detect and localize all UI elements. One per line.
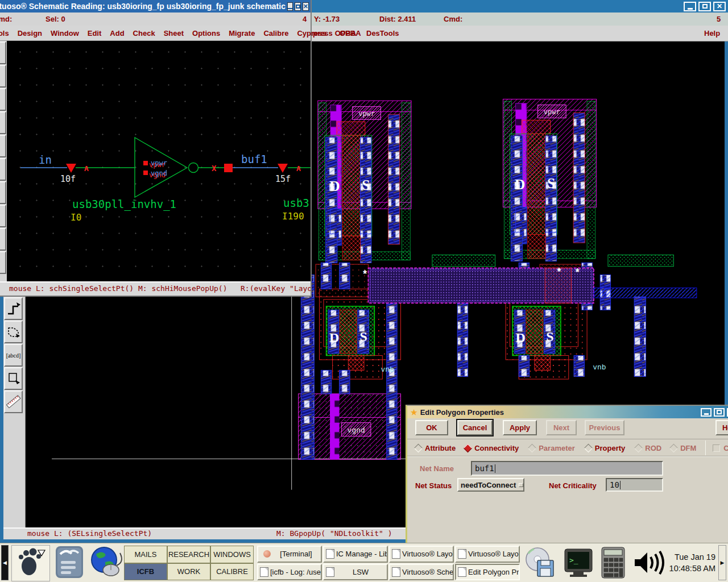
taskbar-window-label: [Terminal] (280, 550, 312, 558)
cancel-button[interactable]: Cancel (457, 420, 493, 435)
maximize-icon[interactable] (295, 2, 300, 11)
taskbar-window-virtuoso-schematic[interactable]: Virtuoso® Sche (389, 564, 454, 581)
menu-item-sheet[interactable]: Sheet (164, 29, 184, 38)
label-tool-button[interactable]: [abcd] (4, 344, 23, 367)
minimize-icon[interactable] (684, 2, 696, 11)
gnome-menu-button[interactable] (11, 545, 50, 581)
dialog-star-icon: ★ (411, 408, 417, 417)
panel-hide-right-button[interactable]: ▶ (718, 545, 726, 580)
rectangle-tool-button[interactable] (4, 367, 23, 390)
menu-item-tools[interactable]: Tools (0, 29, 9, 38)
radio-connectivity[interactable]: Connectivity (465, 444, 519, 452)
schematic-tool-button[interactable] (0, 158, 6, 181)
openoffice-launcher-button[interactable] (51, 545, 88, 580)
radio-diamond-selected-icon (464, 443, 473, 452)
taskbar-window-label: LSW (353, 568, 369, 576)
maximize-icon[interactable] (714, 408, 725, 417)
taskbar-window-edit-polygon[interactable]: Edit Polygon Pro (455, 564, 520, 581)
radio-rod[interactable]: ROD (635, 444, 661, 452)
next-button[interactable]: Next (546, 420, 577, 435)
taskbar-window-virtuoso-layout-1[interactable]: Virtuoso® Layou (389, 546, 454, 563)
menu-item-opba[interactable]: OPBA (335, 29, 357, 38)
menu-item-design[interactable]: Design (18, 29, 42, 38)
calculator-launcher-button[interactable] (596, 546, 630, 580)
schematic-tool-button[interactable] (0, 88, 6, 111)
marker-asterisk: * (576, 267, 580, 278)
net-name-field[interactable]: buf1 (471, 461, 663, 476)
radio-parameter-label: Parameter (539, 444, 575, 452)
radio-attribute[interactable]: Attribute (415, 444, 456, 452)
minimize-icon[interactable] (701, 408, 712, 417)
schematic-tool-button[interactable] (0, 111, 6, 134)
schematic-cmd-label: Cmd: (0, 15, 12, 23)
taskbar-window-lsw[interactable]: LSW (323, 564, 388, 581)
menu-item-destools[interactable]: DesTools (366, 29, 399, 38)
taskbar-window-icfb-log[interactable]: [icfb - Log: /use (257, 564, 322, 581)
schematic-tool-button[interactable] (0, 205, 6, 227)
menu-item-add[interactable]: Add (110, 29, 124, 38)
checkbox-common[interactable]: Common (713, 444, 728, 452)
menu-item-options[interactable]: Options (192, 29, 220, 38)
schematic-titlebar[interactable]: Virtuoso® Schematic Reading: usb30ioring… (0, 0, 311, 13)
dialog-title: Edit Polygon Properties (420, 408, 504, 417)
media-launcher-button[interactable] (522, 546, 559, 580)
close-icon[interactable]: ✕ (713, 2, 726, 11)
help-button[interactable]: Help (715, 420, 728, 435)
menu-item-window[interactable]: Window (51, 29, 79, 38)
schematic-tool-button[interactable] (0, 41, 6, 64)
net-criticality-field[interactable]: 10 (606, 478, 663, 492)
taskbar-window-virtuoso-layout-2[interactable]: Virtuoso® Layou (455, 546, 520, 563)
radio-property[interactable]: Property (585, 444, 625, 452)
instance-name-label: I0 (71, 212, 81, 223)
workspace-icfb[interactable]: ICFB (124, 563, 167, 581)
schematic-tool-button[interactable] (0, 65, 6, 88)
workspace-work[interactable]: WORK (167, 563, 210, 581)
apply-button[interactable]: Apply (503, 420, 537, 435)
capacitor-symbol-out[interactable] (278, 164, 288, 173)
schematic-selection-count: Sel: 0 (46, 15, 65, 23)
panel-hide-left-button[interactable]: ◀ (1, 545, 9, 580)
text-caret (620, 481, 621, 489)
net-status-dropdown[interactable]: needToConnect (457, 478, 524, 492)
menu-item-migrate[interactable]: Migrate (229, 29, 255, 38)
schematic-tool-button[interactable] (0, 135, 6, 157)
taskbar: ◀ (0, 543, 728, 582)
capacitor-symbol-in[interactable] (66, 164, 76, 173)
taskbar-window-terminal[interactable]: [Terminal] (257, 546, 322, 563)
schematic-canvas[interactable]: in 10f A vpwr vpwr vgnd vgnd X buf1 15f … (7, 41, 311, 281)
calculator-icon (596, 546, 630, 580)
schematic-tool-button[interactable] (0, 251, 6, 274)
menu-item-cypress[interactable]: Cypress (297, 29, 326, 38)
schematic-tool-button[interactable] (0, 181, 6, 204)
text-caret (495, 464, 495, 473)
menu-item-check[interactable]: Check (133, 29, 155, 38)
radio-parameter[interactable]: Parameter (529, 444, 575, 452)
ok-button[interactable]: OK (415, 420, 448, 435)
metal-route-right (594, 288, 697, 298)
dialog-titlebar[interactable]: ★ Edit Polygon Properties ✕ (407, 406, 728, 418)
instance-name-label-right: I190 (282, 211, 304, 222)
web-browser-launcher-button[interactable] (88, 545, 123, 580)
menu-item-calibre[interactable]: Calibre (263, 29, 288, 38)
net-criticality-label: Net Criticality (549, 481, 597, 490)
workspace-windows[interactable]: WINDOWS (210, 546, 254, 563)
radio-dfm[interactable]: DFM (671, 444, 696, 452)
menu-item-edit[interactable]: Edit (88, 29, 102, 38)
taskbar-window-icmanage[interactable]: IC Manage - Lib (323, 546, 388, 563)
taskbar-window-label: Virtuoso® Sche (402, 568, 453, 576)
ruler-tool-button[interactable] (4, 390, 23, 413)
terminal-launcher-button[interactable]: >_ (562, 546, 595, 580)
workspace-calibre[interactable]: CALIBRE (210, 563, 254, 581)
previous-button[interactable]: Previous (585, 420, 624, 435)
menu-item-help[interactable]: Help (704, 29, 720, 38)
close-icon[interactable]: ✕ (303, 2, 309, 11)
maximize-icon[interactable] (698, 2, 711, 11)
minimize-icon[interactable] (287, 2, 293, 11)
clock[interactable]: Tue Jan 19 10:48:58 AM (667, 551, 715, 575)
volume-button[interactable] (630, 546, 665, 580)
path-tool-button[interactable] (4, 297, 23, 320)
workspace-mails[interactable]: MAILS (124, 546, 167, 563)
schematic-tool-button[interactable] (0, 228, 6, 251)
workspace-research[interactable]: RESEARCH (167, 546, 210, 563)
polygon-tool-button[interactable] (4, 321, 23, 343)
